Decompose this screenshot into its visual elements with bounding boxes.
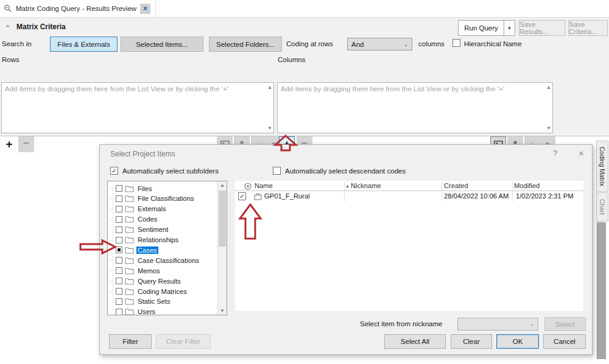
tree-item[interactable]: File Classifications: [109, 194, 195, 204]
nickname-select[interactable]: ⌄: [457, 318, 538, 331]
tree-checkbox[interactable]: [116, 216, 122, 223]
scroll-up-icon[interactable]: ▲: [220, 183, 225, 188]
tree-item-label[interactable]: Memos: [136, 267, 161, 275]
filter-button[interactable]: Filter: [109, 334, 152, 349]
tree-checkbox[interactable]: [116, 267, 122, 274]
table-row[interactable]: ✓GP01_F_Rural28/04/2022 10:06 AM1/02/202…: [235, 192, 583, 202]
tab-matrix-coding-query[interactable]: Matrix Coding Query - Results Preview ×: [0, 0, 156, 17]
tree-item-label[interactable]: File Classifications: [136, 195, 195, 202]
rows-remove-button[interactable]: −: [18, 136, 34, 152]
operator-select[interactable]: And ⌄: [347, 38, 412, 51]
descendant-codes-checkbox[interactable]: [273, 167, 281, 175]
tree-checkbox[interactable]: [116, 247, 122, 253]
tree-item[interactable]: Cases: [109, 245, 158, 255]
close-icon[interactable]: ×: [579, 148, 584, 158]
run-query-dropdown-arrow[interactable]: ▼: [504, 20, 515, 36]
tree-item[interactable]: Codes: [109, 214, 158, 225]
tree-item-label[interactable]: Externals: [136, 205, 167, 212]
column-header-name[interactable]: Name: [255, 182, 273, 189]
tree-item-label[interactable]: Users: [136, 308, 157, 315]
vertical-scrollbar[interactable]: [597, 222, 606, 359]
column-header-nickname[interactable]: Nickname: [351, 182, 381, 189]
tree-guide-stub: [109, 301, 113, 302]
columns-drop-panel[interactable]: Add items by dragging them here from the…: [277, 82, 553, 133]
tree-checkbox[interactable]: [116, 288, 122, 295]
tree-guide-stub: [109, 188, 113, 189]
tree-scrollbar[interactable]: ▲ ▼: [217, 181, 227, 315]
tree-item-label[interactable]: Sentiment: [136, 226, 169, 233]
save-criteria-button[interactable]: Save Criteria...: [568, 20, 608, 36]
tree-checkbox[interactable]: [116, 278, 122, 284]
hierarchical-name-checkbox[interactable]: [452, 39, 460, 47]
select-all-button[interactable]: Select All: [384, 334, 446, 349]
tree-item[interactable]: Externals: [109, 204, 167, 214]
tree-item[interactable]: Users: [109, 307, 157, 315]
folder-icon: [125, 205, 134, 212]
save-results-button[interactable]: Save Results...: [519, 20, 565, 36]
tree-checkbox[interactable]: [116, 237, 122, 243]
tab-close-icon[interactable]: ×: [140, 4, 150, 14]
tree-item[interactable]: Case Classifications: [109, 255, 200, 265]
files-externals-button[interactable]: Files & Externals: [50, 37, 118, 52]
tree-item-label[interactable]: Codes: [136, 215, 158, 223]
selected-folders-button[interactable]: Selected Folders...: [209, 37, 282, 52]
table-header[interactable]: Name ▲ Nickname Created Modified: [235, 182, 583, 191]
row-checkbox[interactable]: ✓: [238, 192, 246, 200]
subfolders-label: Automatically select subfolders: [122, 167, 219, 175]
tree-item-label[interactable]: Files: [136, 185, 153, 192]
tree-item-label[interactable]: Coding Matrices: [136, 288, 188, 295]
tree-guide-stub: [109, 291, 113, 292]
scroll-down-icon[interactable]: ▼: [220, 308, 225, 313]
tree-checkbox[interactable]: [116, 309, 122, 315]
tree-item[interactable]: Relationships: [109, 235, 180, 245]
row-modified: 1/02/2023 2:31 PM: [516, 192, 574, 200]
tree-item-label[interactable]: Case Classifications: [136, 257, 200, 264]
rows-add-button[interactable]: +: [1, 136, 17, 152]
run-query-button[interactable]: Run Query: [458, 20, 504, 36]
select-button[interactable]: Select: [544, 317, 586, 331]
tree-item-label[interactable]: Static Sets: [136, 298, 171, 305]
column-header-modified[interactable]: Modified: [514, 182, 540, 189]
tree-item[interactable]: Files: [109, 183, 153, 194]
circle-plus-icon: [244, 183, 252, 190]
tree-item-label[interactable]: Query Results: [136, 278, 182, 285]
select-project-items-dialog: Select Project Items ? × ✓ Automatically…: [99, 144, 593, 355]
folder-icon: [125, 236, 134, 243]
scroll-down-icon[interactable]: ▼: [546, 125, 551, 131]
chevron-down-icon: ⌄: [529, 321, 534, 327]
tree-item[interactable]: Query Results: [109, 276, 182, 286]
sort-ascending-icon: ▲: [345, 184, 350, 188]
scroll-up-icon[interactable]: ▲: [267, 85, 272, 90]
column-header-created[interactable]: Created: [444, 182, 468, 189]
tree-checkbox[interactable]: [116, 257, 122, 264]
tab-chart[interactable]: Chart: [596, 192, 608, 222]
project-tree: FilesFile ClassificationsExternalsCodesS…: [107, 181, 227, 315]
tree-checkbox[interactable]: [116, 195, 122, 202]
tree-item[interactable]: Sentiment: [109, 225, 169, 235]
tree-item[interactable]: Coding Matrices: [109, 286, 188, 296]
tree-guide-stub: [109, 209, 113, 209]
collapse-chevron-icon[interactable]: ^: [6, 24, 9, 31]
subfolders-checkbox[interactable]: ✓: [110, 167, 118, 175]
clear-filter-button[interactable]: Clear Filter: [156, 334, 211, 349]
tree-checkbox[interactable]: [116, 298, 122, 305]
tree-item[interactable]: Memos: [109, 265, 161, 276]
tree-item-label[interactable]: Relationships: [136, 236, 180, 243]
ok-button[interactable]: OK: [496, 334, 539, 349]
tree-checkbox[interactable]: [116, 185, 122, 192]
tree-guide-stub: [109, 281, 113, 281]
tab-coding-matrix[interactable]: Coding Matrix: [596, 141, 608, 192]
scroll-down-icon[interactable]: ▼: [267, 125, 272, 131]
clear-button[interactable]: Clear: [451, 334, 492, 349]
help-icon[interactable]: ?: [553, 149, 557, 158]
tree-checkbox[interactable]: [116, 206, 122, 212]
rows-drop-panel[interactable]: Add items by dragging them here from the…: [1, 82, 274, 133]
selected-items-button[interactable]: Selected Items...: [121, 37, 203, 52]
rows-placeholder: Add items by dragging them here from the…: [5, 85, 261, 93]
tree-item-label[interactable]: Cases: [136, 247, 158, 254]
cancel-button[interactable]: Cancel: [543, 334, 586, 349]
tree-checkbox[interactable]: [116, 226, 122, 233]
tree-item[interactable]: Static Sets: [109, 296, 171, 307]
scroll-up-icon[interactable]: ▲: [546, 85, 551, 90]
scrollbar-thumb[interactable]: [219, 191, 226, 247]
